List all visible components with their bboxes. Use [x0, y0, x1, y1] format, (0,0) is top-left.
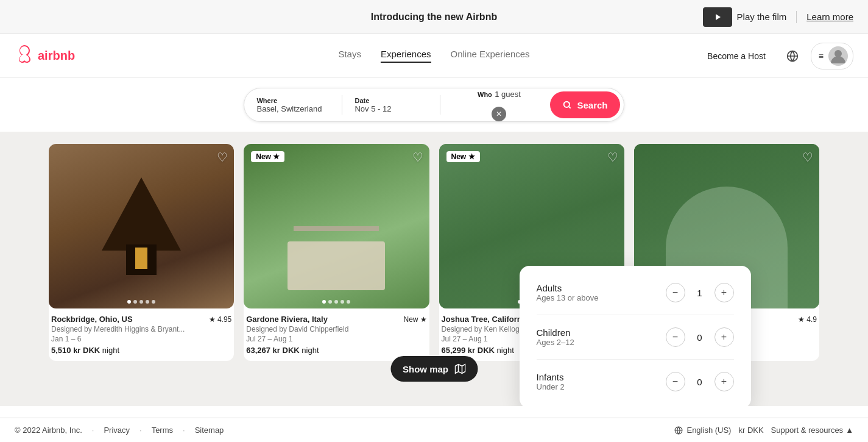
- children-count: 0: [695, 332, 705, 343]
- footer-support-label: Support & resources: [771, 426, 844, 435]
- svg-point-3: [564, 102, 570, 107]
- infants-increase-button[interactable]: +: [715, 372, 734, 391]
- children-row: Children Ages 2–12 − 0 +: [537, 315, 734, 360]
- card-location-1: Gardone Riviera, Italy: [246, 315, 328, 324]
- star-icon-3: ★: [798, 315, 805, 324]
- new-badge-2: New ★: [446, 151, 480, 162]
- dot: [152, 300, 155, 304]
- price-value-0: 5,510 kr DKK: [51, 346, 100, 355]
- card-location-0: Rockbridge, Ohio, US: [51, 315, 133, 324]
- listing-card-1: ♡ New ★ Gardone Riviera, Italy New ★: [244, 144, 429, 361]
- children-increase-button[interactable]: +: [715, 327, 734, 347]
- footer-sitemap-link[interactable]: Sitemap: [195, 426, 224, 435]
- tab-experiences[interactable]: Experiences: [381, 49, 431, 63]
- card-price-1: 63,267 kr DKK night: [246, 346, 426, 355]
- tab-stays[interactable]: Stays: [338, 49, 361, 63]
- card-rating-0: ★ 4.95: [209, 315, 231, 324]
- rating-value-0: 4.95: [217, 315, 231, 324]
- footer-left: © 2022 Airbnb, Inc. · Privacy · Terms · …: [15, 426, 224, 435]
- who-label: Who: [478, 91, 492, 98]
- card-info-1: Gardone Riviera, Italy New ★ Designed by…: [244, 308, 429, 361]
- guest-dropdown: Adults Ages 13 or above − 1 + Children A…: [520, 266, 751, 406]
- play-film-label: Play the film: [737, 12, 787, 22]
- children-decrease-button[interactable]: −: [666, 327, 685, 347]
- user-menu-button[interactable]: ≡: [811, 43, 853, 70]
- dot: [340, 300, 344, 304]
- children-info: Children Ages 2–12: [537, 327, 574, 347]
- rating-value-3: 4.9: [806, 315, 817, 324]
- footer-right: English (US) kr DKK Support & resources …: [674, 426, 853, 435]
- children-label: Children: [537, 327, 574, 338]
- play-film-button[interactable]: Play the film: [703, 7, 787, 27]
- card-badge-1: New ★: [403, 315, 426, 324]
- tab-online-experiences[interactable]: Online Experiences: [450, 49, 529, 63]
- dot: [328, 300, 332, 304]
- wishlist-button-2[interactable]: ♡: [607, 150, 618, 165]
- adults-decrease-button[interactable]: −: [666, 283, 685, 302]
- new-badge-1: New ★: [251, 151, 284, 162]
- price-period-1: night: [302, 346, 319, 355]
- become-host-button[interactable]: Become a Host: [699, 45, 774, 67]
- card-dates-0: Jan 1 – 6: [51, 335, 231, 343]
- logo[interactable]: airbnb: [15, 45, 75, 68]
- infants-label: Infants: [537, 372, 565, 382]
- search-container: Where Basel, Switzerland Date Nov 5 - 12…: [0, 78, 868, 132]
- where-section[interactable]: Where Basel, Switzerland: [244, 88, 342, 121]
- adults-label: Adults: [537, 283, 599, 293]
- dot: [334, 300, 338, 304]
- infants-decrease-button[interactable]: −: [666, 372, 685, 391]
- card-dots-0: [127, 300, 155, 304]
- card-designer-1: Designed by David Chipperfield: [246, 325, 426, 333]
- show-map-button[interactable]: Show map: [390, 356, 478, 382]
- infants-count: 0: [695, 377, 705, 387]
- svg-marker-4: [455, 365, 465, 374]
- who-section[interactable]: Who 1 guest ✕: [440, 88, 550, 121]
- card-info-0: Rockbridge, Ohio, US ★ 4.95 Designed by …: [49, 308, 234, 361]
- header: airbnb Stays Experiences Online Experien…: [0, 34, 868, 78]
- date-section[interactable]: Date Nov 5 - 12: [342, 88, 440, 121]
- logo-text: airbnb: [38, 49, 75, 63]
- user-avatar: [828, 46, 848, 66]
- card-image-0: ♡: [49, 144, 234, 308]
- adults-count: 1: [695, 288, 705, 298]
- wishlist-button-0[interactable]: ♡: [217, 150, 228, 165]
- wishlist-button-1[interactable]: ♡: [412, 150, 423, 165]
- date-label: Date: [355, 97, 428, 104]
- footer-terms-link[interactable]: Terms: [152, 426, 173, 435]
- children-desc: Ages 2–12: [537, 338, 574, 347]
- footer-language-label: English (US): [686, 426, 731, 435]
- adults-increase-button[interactable]: +: [715, 283, 734, 302]
- learn-more-button[interactable]: Learn more: [806, 12, 853, 22]
- announcement-actions: Play the film Learn more: [703, 7, 853, 27]
- footer-dot-2: ·: [139, 426, 142, 435]
- infants-desc: Under 2: [537, 382, 565, 391]
- svg-marker-0: [716, 14, 721, 20]
- dot: [133, 300, 137, 304]
- search-button-label: Search: [577, 100, 607, 110]
- search-button[interactable]: Search: [550, 91, 619, 118]
- star-icon-1: ★: [420, 315, 427, 324]
- wishlist-button-3[interactable]: ♡: [802, 150, 813, 165]
- card-title-row-1: Gardone Riviera, Italy New ★: [246, 315, 426, 324]
- footer-privacy-link[interactable]: Privacy: [104, 426, 130, 435]
- who-value: 1 guest: [495, 90, 521, 99]
- dot: [146, 300, 149, 304]
- hamburger-icon: ≡: [819, 51, 824, 61]
- dot: [139, 300, 143, 304]
- date-value: Nov 5 - 12: [355, 104, 428, 113]
- footer-language[interactable]: English (US): [674, 426, 731, 435]
- footer-currency[interactable]: kr DKK: [738, 426, 763, 435]
- adults-info: Adults Ages 13 or above: [537, 283, 599, 302]
- footer-copyright: © 2022 Airbnb, Inc.: [15, 426, 82, 435]
- announcement-title: Introducing the new Airbnb: [371, 12, 497, 23]
- airbnb-logo-icon: [15, 45, 34, 68]
- footer-support[interactable]: Support & resources ▲: [771, 426, 853, 435]
- infants-row: Infants Under 2 − 0 +: [537, 360, 734, 404]
- clear-who-button[interactable]: ✕: [492, 107, 506, 121]
- price-value-2: 65,299 kr DKK: [442, 346, 495, 355]
- language-button[interactable]: [782, 45, 803, 67]
- card-dates-1: Jul 27 – Aug 1: [246, 335, 426, 343]
- price-period-2: night: [497, 346, 514, 355]
- card-title-row-0: Rockbridge, Ohio, US ★ 4.95: [51, 315, 231, 324]
- card-rating-3: ★ 4.9: [798, 315, 817, 324]
